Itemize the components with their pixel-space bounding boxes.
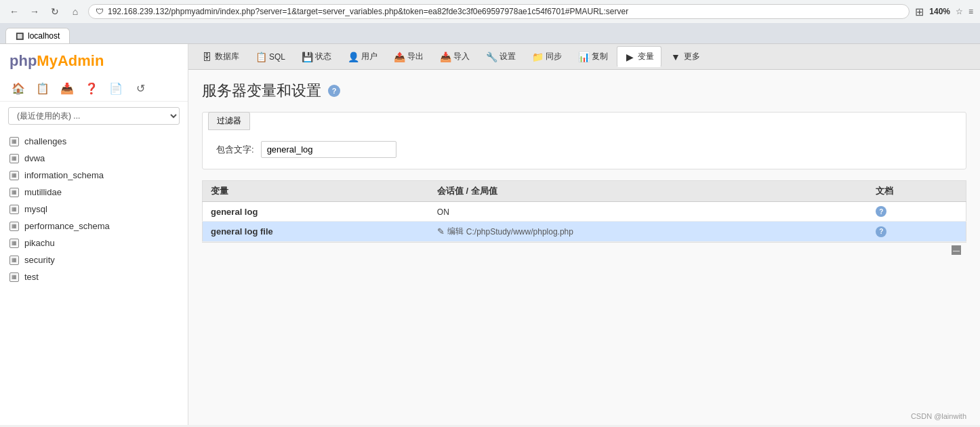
sidebar-refresh-button[interactable]: ↺	[131, 79, 149, 97]
browser-right-controls: ⊞ 140% ☆ ≡	[915, 5, 973, 18]
sidebar-logo: phpMyAdmin	[0, 44, 188, 75]
db-item-dvwa[interactable]: ▦ dvwa	[0, 150, 188, 167]
db-icon: ▦	[9, 171, 19, 180]
back-button[interactable]: ←	[7, 4, 22, 19]
nav-sync[interactable]: 📁 同步	[525, 46, 569, 67]
filter-input[interactable]	[261, 141, 396, 158]
users-icon: 👤	[348, 52, 359, 62]
nav-variables-label: 变量	[638, 51, 654, 62]
page-title-row: 服务器变量和设置 ?	[202, 81, 966, 101]
url-text: 192.168.239.132/phpmyadmin/index.php?ser…	[108, 7, 902, 16]
doc-icon-general-log[interactable]: ?	[876, 206, 886, 217]
db-item-information-schema[interactable]: ▦ information_schema	[0, 167, 188, 184]
browser-tab-localhost[interactable]: 🔲 localhost	[5, 28, 70, 43]
sidebar-home-button[interactable]: 🏠	[9, 79, 27, 97]
col-header-value: 会话值 / 全局值	[429, 181, 867, 202]
nav-export[interactable]: 📤 导出	[386, 46, 431, 67]
menu-icon[interactable]: ≡	[968, 7, 973, 16]
qr-icon[interactable]: ⊞	[915, 5, 924, 18]
sidebar-help-button[interactable]: ❓	[83, 79, 100, 97]
filter-tab[interactable]: 过滤器	[208, 112, 250, 130]
nav-sql-label: SQL	[269, 52, 285, 62]
db-item-test[interactable]: ▦ test	[0, 268, 188, 285]
filter-body: 包含文字:	[203, 130, 966, 169]
db-icon: ▦	[9, 137, 19, 146]
nav-status[interactable]: 💾 状态	[294, 46, 339, 67]
nav-users-label: 用户	[361, 51, 377, 62]
tab-bar: 🔲 localhost	[0, 23, 980, 43]
nav-import[interactable]: 📥 导入	[432, 46, 477, 67]
db-icon: ▦	[9, 205, 19, 214]
sync-icon: 📁	[532, 52, 543, 62]
sidebar-user-button[interactable]: 📥	[58, 79, 76, 97]
page-help-icon[interactable]: ?	[328, 85, 340, 97]
col-header-variable: 变量	[203, 181, 429, 202]
doc-icon-general-log-file[interactable]: ?	[876, 226, 886, 237]
table-row: general log file ✎ 编辑C:/phpStudy/www/php…	[203, 222, 966, 242]
database-list: ▦ challenges ▦ dvwa ▦ information_schema…	[0, 130, 188, 288]
db-item-mysql[interactable]: ▦ mysql	[0, 201, 188, 218]
minimize-icon[interactable]: —	[952, 245, 961, 255]
db-name-performance-schema: performance_schema	[24, 221, 110, 231]
db-item-security[interactable]: ▦ security	[0, 251, 188, 268]
more-icon: ▼	[670, 52, 681, 62]
refresh-button[interactable]: ↻	[47, 4, 62, 19]
nav-settings[interactable]: 🔧 设置	[478, 46, 523, 67]
col-header-doc: 文档	[867, 181, 966, 202]
db-item-challenges[interactable]: ▦ challenges	[0, 133, 188, 150]
nav-sync-label: 同步	[546, 51, 562, 62]
nav-users[interactable]: 👤 用户	[340, 46, 385, 67]
page-title: 服务器变量和设置	[202, 81, 321, 101]
app-container: phpMyAdmin 🏠 📋 📥 ❓ 📄 ↺ (最近使用的表) ... ▦ ch…	[0, 44, 980, 425]
import-icon: 📥	[440, 52, 451, 62]
copy-icon: 📊	[578, 52, 589, 62]
db-item-performance-schema[interactable]: ▦ performance_schema	[0, 218, 188, 235]
db-name-test: test	[24, 272, 39, 282]
db-name-dvwa: dvwa	[24, 153, 45, 163]
zoom-level: 140%	[929, 7, 950, 16]
tab-icon: 🔲	[16, 33, 24, 40]
address-bar[interactable]: 🛡 192.168.239.132/phpmyadmin/index.php?s…	[88, 4, 910, 19]
status-icon: 💾	[302, 52, 312, 62]
page-body: 服务器变量和设置 ? 过滤器 包含文字: 变量 会话值 / 全局值 文档	[188, 70, 980, 425]
nav-database-label: 数据库	[215, 51, 239, 62]
db-item-mutillidae[interactable]: ▦ mutillidae	[0, 184, 188, 201]
nav-variables[interactable]: ▶ 变量	[617, 46, 661, 67]
edit-link-general-log-file[interactable]: ✎ 编辑C:/phpStudy/www/phplog.php	[437, 226, 573, 237]
export-icon: 📤	[394, 52, 405, 62]
database-icon: 🗄	[201, 52, 212, 62]
db-icon: ▦	[9, 272, 19, 282]
edit-label: 编辑	[447, 226, 464, 237]
home-button[interactable]: ⌂	[68, 4, 83, 19]
sidebar-icon-row: 🏠 📋 📥 ❓ 📄 ↺	[0, 75, 188, 102]
sidebar-table-button[interactable]: 📋	[34, 79, 52, 97]
db-name-security: security	[24, 255, 55, 265]
db-item-pikachu[interactable]: ▦ pikachu	[0, 235, 188, 251]
sql-icon: 📋	[256, 52, 266, 62]
nav-copy[interactable]: 📊 复制	[571, 46, 615, 67]
nav-more-label: 更多	[684, 51, 700, 62]
top-nav: 🗄 数据库 📋 SQL 💾 状态 👤 用户 📤 导出 📥 导入	[188, 44, 980, 70]
nav-sql[interactable]: 📋 SQL	[248, 47, 293, 67]
sidebar-copy-button[interactable]: 📄	[107, 79, 125, 97]
db-name-pikachu: pikachu	[24, 238, 55, 248]
shield-icon: 🛡	[96, 7, 104, 16]
var-name-general-log: general log	[211, 207, 258, 217]
var-value-general-log: ON	[437, 207, 449, 217]
bookmark-icon[interactable]: ☆	[956, 7, 963, 16]
nav-export-label: 导出	[407, 51, 424, 62]
page-footer: —	[202, 242, 966, 258]
nav-settings-label: 设置	[499, 51, 516, 62]
nav-more[interactable]: ▼ 更多	[663, 46, 708, 67]
filter-section: 过滤器 包含文字:	[202, 112, 966, 169]
table-row: general log ON ?	[203, 202, 966, 222]
variables-table: 变量 会话值 / 全局值 文档 general log ON ? gener	[202, 180, 966, 242]
db-icon: ▦	[9, 154, 19, 163]
forward-button[interactable]: →	[27, 4, 42, 19]
tab-label: localhost	[28, 31, 60, 41]
nav-database[interactable]: 🗄 数据库	[194, 46, 247, 67]
filter-label: 包含文字:	[216, 144, 254, 156]
logo-php: php	[9, 52, 37, 69]
db-icon: ▦	[9, 239, 19, 248]
recent-tables-dropdown[interactable]: (最近使用的表) ...	[8, 107, 180, 125]
